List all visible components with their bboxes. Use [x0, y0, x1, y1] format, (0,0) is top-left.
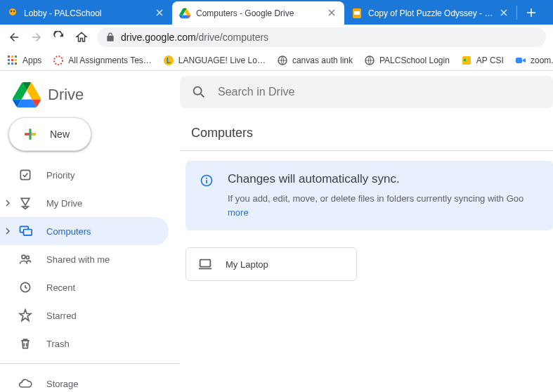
- svg-point-0: [9, 8, 16, 15]
- sidebar-item-label: Priority: [46, 170, 74, 181]
- tab-separator: [516, 6, 517, 20]
- svg-rect-19: [462, 56, 471, 65]
- bookmark-favicon-icon: [53, 55, 64, 66]
- priority-icon: [18, 168, 32, 182]
- sidebar-item-shared[interactable]: Shared with me: [0, 245, 169, 273]
- svg-rect-10: [15, 59, 17, 61]
- learn-more-link[interactable]: more: [228, 207, 249, 218]
- svg-rect-24: [24, 230, 32, 235]
- bookmark-label: canvas auth link: [292, 55, 353, 65]
- url-domain: drive.google.com: [121, 32, 196, 43]
- bookmark-label: PALCSchool Login: [379, 55, 450, 65]
- address-bar[interactable]: drive.google.com/drive/computers: [97, 27, 546, 47]
- page-title: Computers: [180, 113, 553, 151]
- svg-rect-5: [8, 55, 10, 58]
- svg-point-2: [13, 11, 15, 12]
- device-name: My Laptop: [226, 259, 268, 270]
- sidebar-item-label: Storage: [46, 379, 79, 389]
- svg-rect-4: [354, 11, 360, 15]
- browser-tab[interactable]: Computers - Google Drive: [172, 1, 344, 25]
- globe-icon: [364, 55, 375, 66]
- info-banner-desc: If you add, edit, move, or delete files …: [228, 192, 523, 219]
- svg-rect-21: [516, 58, 522, 63]
- close-icon[interactable]: [327, 8, 337, 18]
- bookmark-label: Apps: [22, 55, 41, 65]
- chevron-right-icon[interactable]: [4, 228, 13, 235]
- sidebar-item-storage[interactable]: Storage: [0, 370, 169, 392]
- main-content: Computers Changes will automatically syn…: [180, 71, 553, 392]
- zoom-favicon-icon: [515, 55, 526, 66]
- bookmark-item[interactable]: All Assignments Tes…: [53, 55, 152, 66]
- reload-button[interactable]: [52, 30, 66, 44]
- apps-button[interactable]: Apps: [7, 55, 41, 66]
- my-drive-icon: [18, 196, 32, 210]
- back-button[interactable]: [7, 30, 21, 44]
- bookmark-favicon-icon: L: [163, 55, 174, 66]
- bookmark-item[interactable]: zoom.us: [515, 55, 553, 66]
- sidebar-item-trash[interactable]: Trash: [0, 329, 169, 358]
- sidebar-item-my-drive[interactable]: My Drive: [0, 189, 169, 217]
- divider: [0, 363, 180, 364]
- forward-button[interactable]: [30, 30, 44, 44]
- browser-tab[interactable]: Lobby - PALCSchool: [0, 1, 172, 25]
- drive-favicon-icon: [179, 8, 190, 19]
- new-tab-button[interactable]: [521, 3, 541, 22]
- search-box[interactable]: [180, 76, 553, 108]
- sidebar-item-starred[interactable]: Starred: [0, 301, 169, 329]
- url-path: /drive/computers: [196, 32, 268, 43]
- svg-point-26: [26, 256, 29, 259]
- globe-icon: [277, 55, 288, 66]
- favicon: [7, 8, 18, 19]
- bookmark-favicon-icon: [461, 55, 472, 66]
- info-icon: [200, 174, 214, 219]
- home-button[interactable]: [74, 30, 89, 44]
- browser-tab[interactable]: Copy of Plot Puzzle Odyssey - Go: [344, 1, 516, 25]
- search-input[interactable]: [218, 86, 542, 98]
- new-button[interactable]: New: [8, 117, 91, 151]
- bookmark-item[interactable]: AP CSI: [461, 55, 504, 66]
- svg-text:L: L: [167, 57, 171, 65]
- cloud-icon: [18, 377, 32, 391]
- bookmark-label: AP CSI: [476, 55, 504, 65]
- bookmark-item[interactable]: canvas auth link: [277, 55, 353, 66]
- svg-rect-32: [200, 260, 211, 267]
- svg-rect-12: [11, 63, 13, 65]
- bookmark-item[interactable]: L LANGUAGE! Live Lo…: [163, 55, 266, 66]
- sidebar-item-label: Recent: [46, 282, 75, 293]
- computers-icon: [18, 224, 32, 238]
- plus-icon: [20, 124, 40, 144]
- drive-logo-icon: [13, 82, 41, 107]
- device-grid: My Laptop: [180, 230, 553, 281]
- svg-point-25: [22, 255, 25, 259]
- svg-point-1: [11, 11, 12, 12]
- bookmark-item[interactable]: PALCSchool Login: [364, 55, 450, 66]
- bookmark-label: All Assignments Tes…: [68, 55, 152, 65]
- sidebar-item-recent[interactable]: Recent: [0, 273, 169, 301]
- new-button-label: New: [50, 129, 70, 140]
- drive-logo[interactable]: Drive: [0, 77, 180, 117]
- close-icon[interactable]: [155, 8, 165, 18]
- device-card[interactable]: My Laptop: [186, 247, 357, 281]
- drive-app: Drive New Priority My Drive Computers Sh…: [0, 71, 553, 392]
- search-icon: [191, 84, 207, 100]
- tab-title: Lobby - PALCSchool: [24, 8, 150, 18]
- bookmark-label: LANGUAGE! Live Lo…: [178, 55, 266, 65]
- close-icon[interactable]: [500, 8, 509, 18]
- sidebar-item-priority[interactable]: Priority: [0, 161, 169, 189]
- bookmarks-bar: Apps All Assignments Tes… L LANGUAGE! Li…: [0, 50, 553, 71]
- star-icon: [18, 308, 32, 322]
- svg-point-14: [54, 56, 63, 65]
- chevron-right-icon[interactable]: [4, 200, 13, 207]
- browser-toolbar: drive.google.com/drive/computers: [0, 25, 553, 50]
- sidebar-item-label: Shared with me: [46, 254, 110, 265]
- sidebar-item-computers[interactable]: Computers: [0, 217, 169, 245]
- svg-rect-6: [11, 55, 13, 58]
- svg-rect-8: [8, 59, 10, 61]
- svg-rect-20: [464, 59, 466, 61]
- slides-favicon-icon: [351, 8, 363, 19]
- lock-icon: [105, 32, 115, 42]
- svg-rect-31: [206, 180, 207, 183]
- sidebar-item-label: My Drive: [46, 198, 82, 209]
- trash-icon: [18, 337, 32, 351]
- bookmark-label: zoom.us: [531, 55, 553, 65]
